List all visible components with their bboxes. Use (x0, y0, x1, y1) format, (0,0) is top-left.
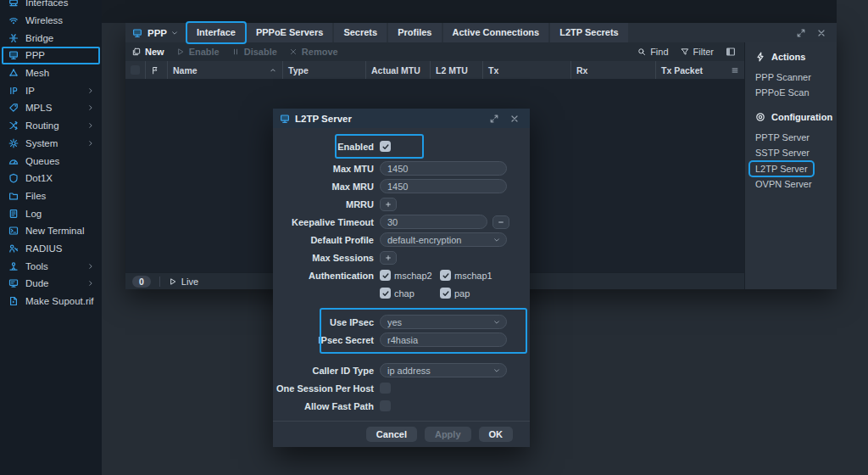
terminal-icon (8, 226, 19, 236)
allow-fast-path-checkbox[interactable] (380, 400, 391, 411)
sidebar-item-queues[interactable]: Queues (0, 152, 102, 170)
keepalive-timeout-input[interactable] (380, 215, 487, 229)
dude-icon (8, 278, 19, 288)
apply-button[interactable]: Apply (425, 427, 471, 442)
enabled-checkbox[interactable] (380, 141, 391, 152)
remove-button[interactable]: Remove (289, 47, 338, 57)
sidebar-item-label: Dude (25, 278, 79, 288)
default-profile-select[interactable]: default-encryption (380, 232, 507, 247)
sidebar-item-make-supout-rif[interactable]: Make Supout.rif (0, 293, 102, 310)
pap-checkbox[interactable] (440, 288, 451, 299)
dot1x-icon (8, 173, 19, 183)
ipsec-secret-input[interactable] (380, 332, 507, 347)
checkbox-label: mschap1 (454, 271, 492, 281)
dialog-restore-icon[interactable] (489, 114, 499, 124)
column-label: L2 MTU (436, 65, 468, 75)
tab-profiles[interactable]: Profiles (388, 23, 441, 42)
chap-checkbox[interactable] (380, 288, 391, 299)
dialog-close-icon[interactable] (509, 114, 520, 124)
live-button[interactable]: Live (169, 277, 198, 287)
column-l2-mtu[interactable]: L2 MTU (431, 61, 483, 79)
tab-interface[interactable]: Interface (187, 23, 245, 42)
filter-label: Filter (693, 47, 714, 57)
tab-active-connections[interactable]: Active Connections (443, 23, 549, 42)
side-panel-toggle-icon[interactable] (726, 47, 736, 57)
field-label: Max MRU (273, 182, 380, 192)
sidebar-item-interfaces[interactable]: Interfaces (0, 0, 102, 12)
sidebar-item-log[interactable]: Log (0, 204, 102, 222)
panel-section-actions: ActionsPPP ScannerPPPoE Scan (755, 52, 828, 100)
max-mru-input[interactable] (380, 179, 507, 193)
sidebar-item-wireless[interactable]: Wireless (0, 12, 102, 30)
sidebar-item-routing[interactable]: Routing (0, 117, 102, 135)
column-menu-icon[interactable] (731, 66, 739, 75)
tab-l2tp-secrets[interactable]: L2TP Secrets (550, 23, 628, 42)
sidebar-item-radius[interactable]: RADIUS (0, 240, 102, 258)
sidebar-item-files[interactable]: Files (0, 187, 102, 205)
sidebar-item-label: Routing (25, 120, 79, 131)
filter-button[interactable]: Filter (681, 47, 714, 57)
field-control (380, 161, 507, 176)
sidebar-item-tools[interactable]: Tools (0, 257, 102, 275)
panel-item-ppp-scanner[interactable]: PPP Scanner (755, 70, 828, 85)
sort-asc-icon (269, 66, 277, 75)
sidebar-item-mpls[interactable]: MPLS (0, 99, 102, 117)
field-row-default-profile: Default Profiledefault-encryption (273, 231, 530, 249)
chevron-down-icon[interactable] (170, 29, 179, 37)
close-icon[interactable] (816, 28, 826, 38)
sidebar-item-dot1x[interactable]: Dot1X (0, 170, 102, 187)
caller-id-type-select[interactable]: ip address (380, 363, 507, 377)
column-type[interactable]: Type (283, 61, 366, 79)
sidebar-item-ip[interactable]: IP (0, 81, 102, 99)
toolbar-button-label: New (145, 47, 164, 57)
mschap2-checkbox[interactable] (380, 270, 391, 281)
panel-item-pppoe-scan[interactable]: PPPoE Scan (755, 85, 828, 100)
keepalive-timeout-remove-button[interactable] (492, 215, 509, 229)
wireless-icon (8, 15, 19, 25)
field-control (380, 251, 397, 265)
find-button[interactable]: Find (637, 47, 668, 57)
column-tx-packet[interactable]: Tx Packet (656, 61, 744, 79)
restore-icon[interactable] (796, 28, 806, 38)
sidebar-item-system[interactable]: System (0, 135, 102, 153)
panel-item-l2tp-server[interactable]: L2TP Server (750, 162, 813, 176)
field-row-use-ipsec: Use IPsecyes (273, 313, 530, 331)
sidebar-item-dude[interactable]: Dude (0, 275, 102, 293)
submenu-chevron-icon (85, 121, 97, 130)
sidebar-item-label: Tools (25, 261, 79, 271)
sidebar-item-label: Make Supout.rif (25, 296, 97, 306)
panel-section-title-label: Actions (771, 52, 805, 62)
use-ipsec-select[interactable]: yes (380, 315, 507, 329)
field-row-authentication-2: chappap (273, 284, 530, 302)
column-flag[interactable] (146, 61, 168, 79)
ok-button[interactable]: OK (479, 427, 514, 442)
disable-button[interactable]: Disable (231, 47, 277, 57)
one-session-per-host-checkbox[interactable] (380, 383, 391, 394)
sidebar-item-label: Bridge (25, 33, 97, 43)
cancel-button[interactable]: Cancel (366, 427, 417, 442)
column-rx[interactable]: Rx (571, 61, 656, 79)
column-actual-mtu[interactable]: Actual MTU (366, 61, 431, 79)
panel-item-pptp-server[interactable]: PPTP Server (755, 130, 828, 145)
select-all-checkbox[interactable] (125, 61, 146, 79)
tab-secrets[interactable]: Secrets (334, 23, 387, 42)
sidebar-item-mesh[interactable]: Mesh (0, 64, 102, 82)
sidebar-item-ppp[interactable]: PPP (2, 47, 100, 64)
window-controls (786, 28, 837, 38)
max-mtu-input[interactable] (380, 161, 507, 176)
column-tx[interactable]: Tx (483, 61, 571, 79)
field-row-ipsec-secret: IPsec Secret (273, 331, 530, 349)
sidebar-item-bridge[interactable]: Bridge (0, 29, 102, 47)
submenu-chevron-icon (85, 279, 97, 288)
sidebar-item-new-terminal[interactable]: New Terminal (0, 222, 102, 240)
mschap1-checkbox[interactable] (440, 270, 451, 281)
panel-item-ovpn-server[interactable]: OVPN Server (755, 176, 828, 192)
actions-panel: ActionsPPP ScannerPPPoE ScanConfiguratio… (744, 42, 837, 289)
panel-item-sstp-server[interactable]: SSTP Server (755, 145, 828, 160)
column-name[interactable]: Name (168, 61, 283, 79)
max-sessions-add-button[interactable] (380, 251, 397, 265)
enable-button[interactable]: Enable (176, 47, 220, 57)
tab-pppoe-servers[interactable]: PPPoE Servers (247, 23, 333, 42)
new-button[interactable]: New (132, 47, 164, 57)
mrru-add-button[interactable] (380, 198, 397, 211)
